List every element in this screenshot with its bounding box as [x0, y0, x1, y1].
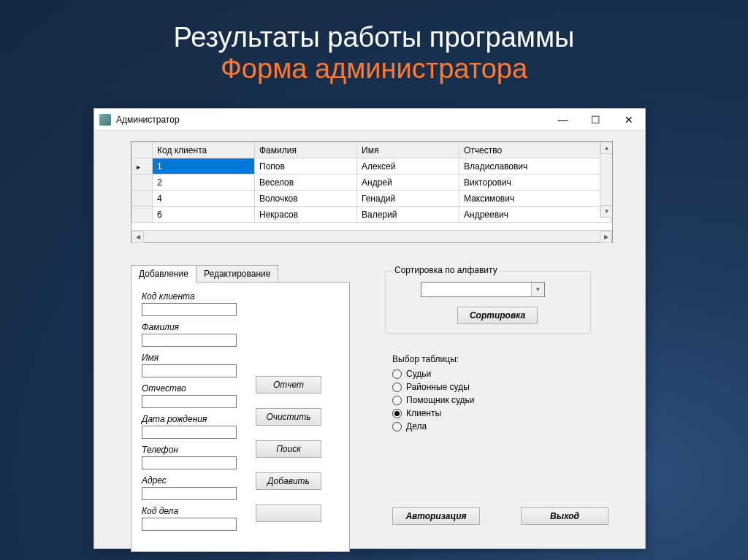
radio-district-courts[interactable]: Районные суды — [392, 382, 475, 392]
cell[interactable]: 4 — [153, 191, 255, 207]
maximize-button[interactable]: ☐ — [579, 109, 612, 130]
cell[interactable]: Андрей — [357, 174, 459, 191]
row-header[interactable] — [132, 207, 153, 223]
label-surname: Фамилия — [142, 322, 339, 332]
cell[interactable]: Алексей — [357, 158, 459, 174]
radio-icon — [392, 396, 402, 405]
radio-label: Судьи — [406, 369, 431, 379]
grid-header-row[interactable]: Код клиента Фамилия Имя Отчество — [132, 142, 612, 158]
data-grid[interactable]: Код клиента Фамилия Имя Отчество 1ПоповА… — [131, 141, 613, 243]
tab-add[interactable]: Добавление — [131, 265, 196, 283]
col-surname[interactable]: Фамилия — [255, 142, 357, 158]
clear-button[interactable]: Очистить — [256, 408, 321, 426]
scroll-up-icon[interactable]: ▲ — [600, 142, 612, 154]
radio-icon — [392, 422, 402, 431]
table-choice-label: Выбор таблицы: — [392, 354, 475, 364]
cell[interactable]: Владиславович — [459, 158, 612, 174]
radio-label: Клиенты — [406, 408, 441, 418]
cell[interactable]: Генадий — [357, 191, 459, 207]
cell[interactable]: Волочков — [255, 191, 357, 207]
row-header[interactable] — [132, 191, 153, 207]
cell[interactable]: 6 — [153, 207, 255, 223]
window-title: Администратор — [116, 115, 546, 125]
update-button[interactable] — [256, 505, 321, 522]
client-area: Код клиента Фамилия Имя Отчество 1ПоповА… — [94, 131, 645, 548]
sort-button[interactable]: Сортировка — [457, 307, 538, 324]
app-icon — [99, 114, 111, 126]
table-row[interactable]: 4ВолочковГенадийМаксимович — [132, 191, 612, 207]
search-button[interactable]: Поиск — [256, 440, 321, 458]
titlebar[interactable]: Администратор — ☐ ✕ — [94, 109, 645, 131]
label-name: Имя — [142, 353, 339, 363]
sort-groupbox: Сортировка по алфавиту ▼ Сортировка — [385, 271, 591, 334]
cell[interactable]: Андреевич — [459, 207, 612, 223]
sort-legend: Сортировка по алфавиту — [392, 265, 500, 275]
sort-combo-text — [421, 283, 531, 296]
table-row[interactable]: 1ПоповАлексейВладиславович — [132, 158, 612, 174]
input-name[interactable] — [142, 364, 237, 377]
cell[interactable]: Попов — [255, 158, 357, 174]
tab-edit[interactable]: Редактирование — [196, 265, 278, 283]
close-button[interactable]: ✕ — [612, 109, 645, 130]
cell[interactable]: Валерий — [357, 207, 459, 223]
tab-panel-add: Код клиента Фамилия Имя Отчество Дата ро… — [131, 282, 350, 552]
input-surname[interactable] — [142, 334, 237, 347]
radio-label: Районные суды — [406, 382, 470, 392]
radio-icon — [392, 383, 402, 392]
cell[interactable]: Викторович — [459, 174, 612, 191]
auth-button[interactable]: Авторизация — [392, 507, 480, 525]
admin-window: Администратор — ☐ ✕ — [94, 108, 646, 549]
cell[interactable]: 1 — [153, 158, 255, 174]
radio-judges[interactable]: Судьи — [392, 369, 475, 379]
col-name[interactable]: Имя — [357, 142, 459, 158]
input-patronymic[interactable] — [142, 395, 237, 408]
row-header[interactable] — [132, 174, 153, 191]
radio-cases[interactable]: Дела — [392, 421, 475, 431]
input-case-code[interactable] — [142, 518, 237, 531]
cell[interactable]: 2 — [153, 174, 255, 191]
grid-corner — [132, 142, 153, 158]
radio-icon — [392, 369, 402, 379]
table-choice-group: Выбор таблицы: Судьи Районные суды Помощ… — [392, 354, 475, 434]
window-controls: — ☐ ✕ — [546, 109, 645, 130]
input-address[interactable] — [142, 487, 237, 500]
cell[interactable]: Максимович — [459, 191, 612, 207]
add-button[interactable]: Добавить — [256, 472, 321, 490]
row-header[interactable] — [132, 158, 153, 174]
vertical-scrollbar[interactable]: ▲ ▼ — [600, 142, 612, 218]
input-client-code[interactable] — [142, 303, 237, 316]
radio-assistant[interactable]: Помощник судьи — [392, 395, 475, 405]
horizontal-scrollbar[interactable]: ◀ ▶ — [131, 230, 612, 242]
minimize-button[interactable]: — — [546, 109, 579, 130]
radio-clients[interactable]: Клиенты — [392, 408, 475, 418]
scroll-right-icon[interactable]: ▶ — [600, 231, 612, 243]
col-client-code[interactable]: Код клиента — [153, 142, 255, 158]
cell[interactable]: Некрасов — [255, 207, 357, 223]
table-row[interactable]: 6НекрасовВалерийАндреевич — [132, 207, 612, 223]
slide-title-line1: Результаты работы программы — [0, 22, 748, 53]
radio-icon — [392, 409, 402, 418]
table-row[interactable]: 2ВеселовАндрейВикторович — [132, 174, 612, 191]
chevron-down-icon[interactable]: ▼ — [531, 283, 544, 296]
input-phone[interactable] — [142, 456, 237, 469]
col-patronymic[interactable]: Отчество — [459, 142, 612, 158]
radio-label: Помощник судьи — [406, 395, 475, 405]
report-button[interactable]: Отчет — [256, 376, 321, 394]
slide-title: Результаты работы программы Форма админи… — [0, 0, 748, 85]
input-birthdate[interactable] — [142, 426, 237, 439]
exit-button[interactable]: Выход — [521, 507, 608, 525]
cell[interactable]: Веселов — [255, 174, 357, 191]
tab-control: Добавление Редактирование Код клиента Фа… — [131, 265, 350, 552]
sort-combobox[interactable]: ▼ — [421, 282, 545, 297]
label-client-code: Код клиента — [142, 291, 339, 302]
scroll-down-icon[interactable]: ▼ — [600, 205, 612, 218]
bottom-button-row: Авторизация Выход — [392, 507, 608, 525]
radio-label: Дела — [406, 421, 427, 431]
slide-title-line2: Форма администратора — [0, 53, 748, 85]
scroll-left-icon[interactable]: ◀ — [131, 231, 144, 243]
